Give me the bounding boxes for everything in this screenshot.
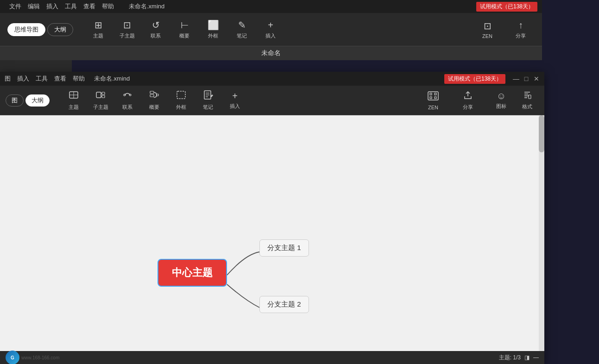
bg-menu-view[interactable]: 查看 — [83, 2, 95, 11]
btn-share-label: 分享 — [463, 104, 473, 111]
minimize-button[interactable]: — — [513, 75, 519, 82]
btn-frame[interactable]: 外框 — [168, 88, 194, 113]
bg-menu-insert[interactable]: 插入 — [46, 2, 58, 11]
btn-insert[interactable]: + 插入 — [222, 88, 248, 113]
btn-format[interactable]: 格式 — [516, 88, 539, 113]
zoom-control[interactable]: — — [533, 354, 539, 361]
bg-btn-summary-label: 概要 — [179, 32, 189, 39]
branch-topic-1[interactable]: 分支主题 1 — [259, 239, 309, 257]
close-button[interactable]: ✕ — [533, 75, 540, 82]
main-menu-tools[interactable]: 工具 — [36, 75, 48, 83]
window-controls: — □ ✕ — [513, 75, 540, 82]
main-titlebar: 图 插入 工具 查看 帮助 未命名.xmind 试用模式（已138天） — □ … — [0, 72, 544, 86]
bg-btn-summary[interactable]: ⊢ 概要 — [170, 16, 198, 44]
page-nav[interactable]: ◨ — [524, 354, 530, 361]
svg-rect-19 — [430, 93, 432, 95]
view-tabs: 图 大纲 — [6, 94, 50, 107]
bg-tab-outline[interactable]: 大纲 — [47, 23, 73, 36]
btn-zen-label: ZEN — [428, 105, 438, 110]
btn-topic-label: 主题 — [69, 104, 79, 111]
svg-rect-5 — [102, 95, 105, 98]
bg-title: 未命名 — [0, 46, 542, 60]
btn-share[interactable]: 分享 — [452, 88, 484, 113]
bg-titlebar: 文件 编辑 插入 工具 查看 帮助 未命名.xmind 试用模式（已138天） — [0, 0, 542, 13]
main-menu-view[interactable]: 查看 — [54, 75, 66, 83]
main-menu-map[interactable]: 图 — [5, 75, 11, 83]
main-toolbar: 图 大纲 主题 — [0, 86, 544, 115]
btn-zen[interactable]: ZEN — [416, 88, 451, 113]
btn-emoji-label: 图标 — [496, 103, 506, 110]
scrollbar-thumb[interactable] — [539, 115, 544, 152]
bg-menu-file[interactable]: 文件 — [9, 2, 21, 11]
bg-btn-insert[interactable]: + 插入 — [257, 16, 284, 44]
btn-summary[interactable]: 概要 — [141, 88, 167, 113]
topic-icon-main — [69, 90, 79, 102]
branch-topic-2[interactable]: 分支主题 2 — [259, 296, 309, 313]
insert-icon-main: + — [232, 91, 238, 101]
bg-btn-note[interactable]: ✎ 笔记 — [228, 16, 256, 44]
btn-insert-label: 插入 — [230, 103, 240, 110]
note-icon: ✎ — [238, 19, 246, 31]
bg-tab-mindmap[interactable]: 思维导图 — [7, 23, 45, 36]
maximize-button[interactable]: □ — [523, 75, 530, 82]
central-topic-node[interactable]: 中心主题 — [158, 259, 227, 287]
bg-menu: 文件 编辑 插入 工具 查看 帮助 — [5, 0, 119, 13]
main-trial-badge: 试用模式（已138天） — [444, 74, 505, 84]
btn-summary-label: 概要 — [149, 104, 159, 111]
format-icon — [523, 90, 532, 102]
svg-rect-23 — [529, 95, 531, 99]
btn-note[interactable]: 笔记 — [195, 88, 221, 113]
main-menu-help[interactable]: 帮助 — [73, 75, 85, 83]
svg-rect-20 — [435, 93, 436, 95]
summary-icon-main — [149, 90, 159, 102]
note-icon-main — [203, 90, 213, 102]
bg-menu-tools[interactable]: 工具 — [65, 2, 77, 11]
central-topic-text: 中心主题 — [172, 266, 213, 280]
bg-menu-edit[interactable]: 编辑 — [28, 2, 40, 11]
bg-btn-subtopic-label: 子主题 — [120, 32, 135, 39]
btn-link-label: 联系 — [122, 104, 132, 111]
bg-view-tabs: 思维导图 大纲 — [7, 23, 73, 36]
canvas-vertical-scrollbar[interactable] — [539, 115, 544, 364]
bg-btn-frame[interactable]: ⬜ 外框 — [199, 16, 227, 44]
btn-frame-label: 外框 — [176, 104, 186, 111]
bg-btn-link[interactable]: ↺ 联系 — [142, 16, 170, 44]
subtopic-icon: ⊡ — [123, 19, 131, 31]
btn-format-label: 格式 — [522, 103, 532, 110]
svg-rect-10 — [150, 91, 154, 94]
bg-btn-zen[interactable]: ⊡ ZEN — [469, 16, 506, 44]
main-window: 图 插入 工具 查看 帮助 未命名.xmind 试用模式（已138天） — □ … — [0, 72, 544, 364]
bg-filename: 未命名.xmind — [129, 2, 164, 11]
bg-btn-note-label: 笔记 — [237, 32, 247, 39]
share-icon-main — [463, 90, 473, 102]
link-icon: ↺ — [152, 19, 160, 31]
svg-rect-22 — [435, 97, 436, 99]
canvas-area[interactable]: 中心主题 分支主题 1 分支主题 2 — [0, 115, 544, 364]
tab-outline[interactable]: 大纲 — [25, 94, 50, 107]
bg-btn-topic-label: 主题 — [93, 32, 103, 39]
summary-icon: ⊢ — [181, 19, 189, 31]
bg-btn-share[interactable]: ↑ 分享 — [507, 16, 535, 44]
main-menu-insert[interactable]: 插入 — [17, 75, 29, 83]
btn-subtopic-label: 子主题 — [93, 104, 108, 111]
btn-topic[interactable]: 主题 — [61, 88, 87, 113]
topic-count: 主题: 1/3 — [499, 354, 521, 362]
btn-subtopic[interactable]: 子主题 — [88, 88, 113, 113]
tab-mindmap[interactable]: 图 — [6, 94, 24, 107]
bg-btn-zen-label: ZEN — [482, 33, 492, 39]
svg-rect-21 — [430, 97, 432, 99]
bg-btn-topic[interactable]: ⊞ 主题 — [84, 16, 112, 44]
btn-link[interactable]: 联系 — [114, 88, 140, 113]
frame-icon: ⬜ — [208, 19, 219, 31]
bg-toolbar: 思维导图 大纲 ⊞ 主题 ⊡ 子主题 ↺ 联系 ⊢ 概要 ⬜ 外框 — [0, 13, 542, 46]
svg-rect-3 — [96, 92, 101, 98]
btn-emoji[interactable]: ☺ 图标 — [490, 88, 513, 113]
status-bar: G www.168-166.com 主题: 1/3 ◨ — — [0, 351, 544, 364]
bg-trial-badge: 试用模式（已138天） — [476, 2, 537, 12]
share-icon: ↑ — [518, 20, 523, 31]
subtopic-icon-main — [95, 90, 106, 102]
bg-menu-help[interactable]: 帮助 — [102, 2, 114, 11]
status-logo: G — [6, 351, 19, 364]
topic-icon: ⊞ — [95, 19, 102, 31]
bg-btn-subtopic[interactable]: ⊡ 子主题 — [113, 16, 141, 44]
